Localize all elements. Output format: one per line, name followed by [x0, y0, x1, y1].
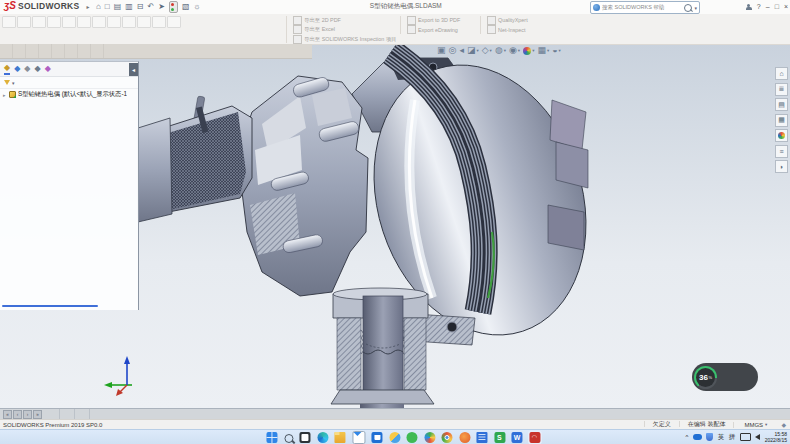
feature-tree-item[interactable]: ▸ — [0, 230, 138, 239]
hide-show-items-icon[interactable]: ▾ — [509, 45, 520, 56]
taskbar-app-icon[interactable] — [494, 432, 505, 443]
feature-manager-tab-icon[interactable]: ◆ — [24, 64, 30, 74]
tab-scroll-last[interactable]: » — [33, 410, 42, 419]
taskbar-app-icon[interactable] — [284, 434, 293, 443]
minimize-button[interactable]: – — [766, 3, 770, 10]
ribbon-export-button[interactable]: 导出至 SOLIDWORKS Inspection 项目 — [293, 35, 401, 43]
task-pane-tab-icon[interactable] — [775, 145, 788, 158]
quick-access-icon[interactable] — [137, 2, 144, 12]
ribbon-button[interactable] — [107, 15, 121, 43]
task-pane-tab-icon[interactable] — [775, 160, 788, 173]
onedrive-icon[interactable] — [693, 434, 702, 440]
search-dropdown-icon[interactable]: ▾ — [694, 5, 697, 11]
volume-icon[interactable] — [755, 434, 760, 440]
ribbon-export-button[interactable]: 导出至 Excel — [293, 26, 401, 34]
close-button[interactable]: × — [784, 3, 788, 10]
ribbon-tab[interactable] — [78, 44, 91, 58]
feature-tree-item[interactable]: ▸ — [0, 239, 138, 248]
ribbon-tab[interactable] — [39, 44, 52, 58]
feature-manager-tab-icon[interactable]: ◆ — [14, 64, 20, 74]
logo-flyout-arrow[interactable]: ▸ — [87, 3, 90, 10]
search-box[interactable]: 搜索 SOLIDWORKS 帮助 ▾ — [590, 1, 700, 14]
feature-tree-item[interactable]: ▸ — [0, 212, 138, 221]
display-style-icon[interactable]: ▾ — [495, 45, 506, 56]
ribbon-export-button[interactable]: Export to 3D PDF — [407, 16, 479, 24]
task-pane-tab-icon[interactable] — [775, 67, 788, 80]
taskbar-app-icon[interactable] — [441, 432, 452, 443]
tree-horizontal-scrollbar[interactable] — [2, 305, 98, 307]
task-pane-tab-icon[interactable] — [775, 98, 788, 111]
tab-scroll-first[interactable]: « — [3, 410, 12, 419]
feature-tree-item[interactable]: ▸ — [0, 273, 138, 282]
feature-tree-item[interactable]: ▸ — [0, 195, 138, 204]
task-pane-tab-icon[interactable] — [775, 129, 788, 142]
feature-manager-tab-icon[interactable]: ◆ — [45, 64, 51, 74]
ribbon-button[interactable] — [47, 15, 61, 43]
taskbar-app-icon[interactable] — [389, 432, 400, 443]
quick-access-icon[interactable] — [105, 2, 110, 12]
help-button[interactable]: ? — [757, 3, 761, 10]
search-input[interactable]: 搜索 SOLIDWORKS 帮助 — [602, 4, 682, 11]
ribbon-button[interactable] — [92, 15, 106, 43]
ribbon-button[interactable] — [2, 15, 16, 43]
zoom-area-icon[interactable] — [449, 45, 457, 56]
quick-access-icon[interactable] — [193, 2, 200, 12]
ribbon-tab[interactable] — [26, 44, 39, 58]
taskbar-app-icon[interactable] — [476, 432, 487, 443]
zoom-fit-icon[interactable] — [437, 45, 446, 56]
ribbon-button[interactable] — [137, 15, 151, 43]
previous-view-icon[interactable] — [459, 45, 464, 56]
ribbon-button[interactable] — [32, 15, 46, 43]
feature-tree-item[interactable]: ▸ — [0, 108, 138, 117]
ribbon-tab[interactable] — [52, 44, 65, 58]
ribbon-tab[interactable] — [13, 44, 26, 58]
taskbar-app-icon[interactable] — [352, 431, 365, 444]
units-selector[interactable]: MMGS ▾ — [733, 422, 777, 428]
ribbon-export-button[interactable]: QualityXpert — [487, 16, 547, 24]
quick-access-icon[interactable] — [158, 2, 165, 12]
taskbar-app-icon[interactable] — [424, 432, 435, 443]
feature-tree-item[interactable]: ▸ — [0, 204, 138, 213]
tray-chevron-icon[interactable]: ^ — [685, 434, 688, 440]
feature-tree-item[interactable]: ▸ — [0, 221, 138, 230]
ribbon-button[interactable] — [62, 15, 76, 43]
task-pane-tab-icon[interactable] — [775, 83, 788, 96]
feature-tree-item[interactable]: ▸ — [0, 256, 138, 265]
search-icon[interactable] — [684, 4, 692, 12]
display-icon[interactable] — [740, 433, 751, 441]
feature-tree-item[interactable]: ▸ — [0, 143, 138, 152]
taskbar-app-icon[interactable] — [529, 432, 540, 443]
status-tag-icon[interactable]: ◆ — [781, 421, 786, 428]
view-settings-icon[interactable]: ▾ — [552, 45, 561, 56]
performance-overlay-badge[interactable]: 36% — [692, 363, 758, 391]
ribbon-button[interactable] — [77, 15, 91, 43]
ribbon-button[interactable] — [167, 15, 181, 43]
feature-manager-tab-icon[interactable]: ◆ — [4, 63, 10, 75]
feature-tree-item[interactable]: ▸ — [0, 152, 138, 161]
taskbar-clock[interactable]: 15:58 2022/8/15 — [765, 431, 787, 443]
feature-tree-item[interactable]: ▸ — [0, 117, 138, 126]
ribbon-export-button[interactable]: Export eDrawing — [407, 26, 479, 34]
feature-tree-item[interactable]: ▸ — [0, 160, 138, 169]
apply-scene-icon[interactable]: ▾ — [537, 45, 549, 56]
feature-tree-item[interactable]: ▸ — [0, 134, 138, 143]
feature-tree-item[interactable]: ▸ — [0, 186, 138, 195]
quick-access-icon[interactable] — [114, 2, 122, 12]
quick-access-icon[interactable] — [148, 2, 155, 12]
ribbon-button[interactable] — [122, 15, 136, 43]
taskbar-app-icon[interactable] — [334, 432, 345, 443]
quick-access-icon[interactable] — [182, 2, 190, 12]
feature-tree-item[interactable]: ▸ — [0, 178, 138, 187]
ribbon-button[interactable] — [17, 15, 31, 43]
restore-button[interactable]: □ — [775, 3, 779, 10]
feature-tree-item[interactable]: ▸ — [0, 265, 138, 274]
login-icon[interactable] — [746, 4, 752, 10]
taskbar-app-icon[interactable] — [317, 432, 328, 443]
language-indicator[interactable]: 英 — [718, 433, 725, 442]
taskbar-app-icon[interactable] — [299, 432, 310, 443]
ribbon-tab[interactable] — [91, 44, 104, 58]
tab-scroll-prev[interactable]: ‹ — [13, 410, 22, 419]
taskbar-app-icon[interactable] — [511, 432, 522, 443]
tree-filter-row[interactable]: ▾ — [0, 77, 138, 89]
ribbon-export-button[interactable]: 导出至 2D PDF — [293, 16, 401, 24]
